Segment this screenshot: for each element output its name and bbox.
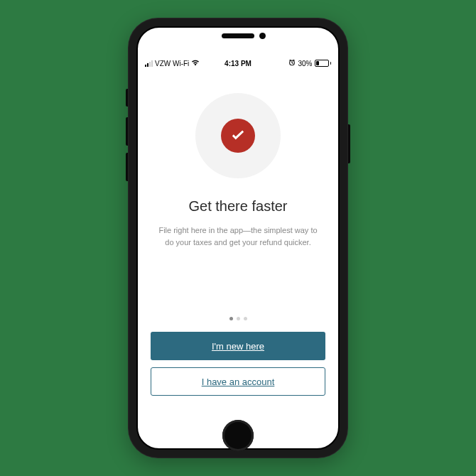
logo-background-circle (195, 93, 281, 178)
status-left: VZW Wi-Fi (145, 59, 200, 67)
battery-percent: 30% (298, 60, 312, 67)
alarm-icon (288, 59, 296, 67)
app-content: Get there faster File right here in the … (138, 70, 338, 404)
home-button[interactable] (222, 420, 254, 451)
existing-account-button[interactable]: I have an account (151, 367, 325, 396)
onboarding-subtext: File right here in the app—the simplest … (156, 225, 320, 248)
carrier-label: VZW Wi-Fi (155, 60, 189, 67)
page-dot-2[interactable] (237, 317, 240, 320)
onboarding-headline: Get there faster (189, 198, 288, 215)
button-group: I'm new here I have an account (151, 332, 325, 396)
signal-icon (145, 60, 153, 67)
page-dot-3[interactable] (244, 317, 247, 320)
time-label: 4:13 PM (225, 60, 251, 67)
volume-up-button (126, 117, 128, 146)
wifi-icon (191, 59, 200, 67)
battery-icon (315, 60, 332, 67)
front-camera (259, 33, 266, 39)
hero-section: Get there faster File right here in the … (151, 85, 325, 310)
status-bar: VZW Wi-Fi 4:13 PM 30% (138, 56, 338, 70)
checkmark-circle-icon (221, 119, 255, 153)
earpiece (222, 33, 254, 38)
volume-down-button (126, 153, 128, 181)
phone-frame: VZW Wi-Fi 4:13 PM 30% (128, 18, 348, 458)
new-user-button[interactable]: I'm new here (151, 332, 325, 360)
pagination-dots[interactable] (151, 317, 325, 320)
phone-screen: VZW Wi-Fi 4:13 PM 30% (136, 26, 340, 450)
mute-switch (126, 89, 128, 107)
power-button (348, 124, 350, 163)
page-dot-1[interactable] (229, 317, 233, 320)
status-right: 30% (288, 59, 331, 67)
